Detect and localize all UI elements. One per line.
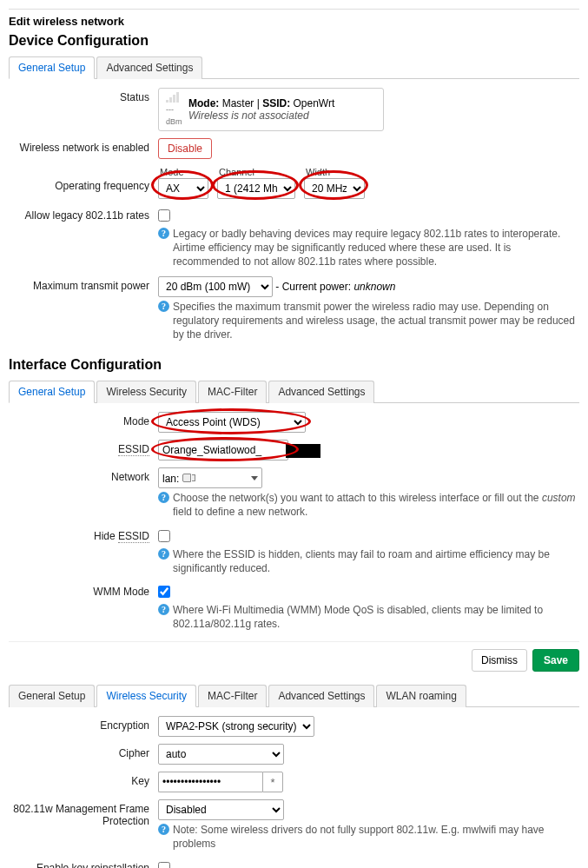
info-icon: ? bbox=[158, 301, 169, 312]
legacy-hint: Legacy or badly behaving devices may req… bbox=[173, 227, 579, 269]
tab-sec-advanced[interactable]: Advanced Settings bbox=[268, 685, 374, 707]
tab-if-advanced[interactable]: Advanced Settings bbox=[268, 381, 374, 403]
krack-checkbox[interactable] bbox=[158, 862, 170, 868]
power-hint: Specifies the maximum transmit power the… bbox=[173, 300, 579, 342]
enabled-label: Wireless network is enabled bbox=[9, 138, 158, 154]
info-icon: ? bbox=[158, 604, 169, 615]
reveal-key-button[interactable]: * bbox=[262, 772, 283, 792]
key-label: Key bbox=[9, 772, 158, 787]
tab-sec-security[interactable]: Wireless Security bbox=[96, 685, 196, 707]
tab-advanced-settings[interactable]: Advanced Settings bbox=[96, 56, 202, 79]
power-select[interactable]: 20 dBm (100 mW) bbox=[158, 276, 273, 297]
key-input[interactable] bbox=[158, 772, 262, 792]
wmm-hint: Where Wi-Fi Multimedia (WMM) Mode QoS is… bbox=[173, 603, 579, 631]
info-icon: ? bbox=[158, 824, 169, 835]
wmm-checkbox[interactable] bbox=[158, 586, 170, 598]
tab-if-mac[interactable]: MAC-Filter bbox=[198, 381, 267, 403]
freq-channel-select[interactable]: 1 (2412 Mhz) bbox=[217, 178, 295, 199]
status-text: Mode: Master | SSID: OpenWrt Wireless is… bbox=[188, 97, 334, 122]
cipher-label: Cipher bbox=[9, 744, 158, 759]
encryption-select[interactable]: WPA2-PSK (strong security) bbox=[158, 716, 314, 737]
freq-mode-header: Mode bbox=[160, 167, 208, 177]
legacy-label: Allow legacy 802.11b rates bbox=[9, 206, 158, 222]
if-mode-select[interactable]: Access Point (WDS) bbox=[158, 412, 306, 433]
freq-mode-select[interactable]: AX bbox=[158, 178, 208, 199]
tab-general-setup[interactable]: General Setup bbox=[9, 56, 95, 79]
hide-essid-checkbox[interactable] bbox=[158, 530, 170, 542]
info-icon: ? bbox=[158, 492, 169, 503]
if-mode-label: Mode bbox=[9, 412, 158, 427]
essid-label: ESSID bbox=[9, 440, 158, 455]
device-tabs: General Setup Advanced Settings bbox=[9, 56, 579, 79]
frequency-label: Operating frequency bbox=[9, 166, 158, 192]
hide-essid-label: Hide ESSID bbox=[9, 527, 158, 542]
tab-if-security[interactable]: Wireless Security bbox=[96, 381, 196, 403]
info-icon: ? bbox=[158, 548, 169, 560]
tab-sec-mac[interactable]: MAC-Filter bbox=[198, 685, 267, 707]
krack-label: Enable key reinstallation (KRACK) counte… bbox=[9, 858, 158, 868]
interface-tabs: General Setup Wireless Security MAC-Filt… bbox=[9, 380, 579, 403]
essid-input[interactable] bbox=[158, 440, 288, 461]
star-icon: * bbox=[270, 776, 274, 789]
power-current: - Current power: unknown bbox=[275, 281, 395, 293]
encryption-label: Encryption bbox=[9, 716, 158, 732]
network-hint: Choose the network(s) you want to attach… bbox=[173, 491, 579, 519]
freq-channel-header: Channel bbox=[219, 167, 295, 177]
signal-icon: --- dBm bbox=[166, 92, 183, 127]
status-box: --- dBm Mode: Master | SSID: OpenWrt Wir… bbox=[158, 88, 384, 131]
mfp-select[interactable]: Disabled bbox=[158, 799, 284, 820]
network-port-icon bbox=[182, 472, 195, 482]
save-button[interactable]: Save bbox=[532, 649, 579, 672]
network-label: Network bbox=[9, 467, 158, 483]
legacy-checkbox[interactable] bbox=[158, 209, 170, 222]
hide-essid-hint: Where the ESSID is hidden, clients may f… bbox=[173, 547, 579, 575]
power-label: Maximum transmit power bbox=[9, 276, 158, 292]
page-title: Edit wireless network bbox=[9, 15, 579, 28]
cipher-select[interactable]: auto bbox=[158, 744, 284, 765]
redacted bbox=[286, 444, 320, 458]
freq-width-header: Width bbox=[306, 167, 365, 177]
freq-width-select[interactable]: 20 MHz bbox=[304, 178, 365, 199]
device-config-heading: Device Configuration bbox=[9, 33, 579, 49]
chevron-down-icon bbox=[251, 476, 258, 480]
interface-config-heading: Interface Configuration bbox=[9, 357, 579, 373]
tab-sec-roaming[interactable]: WLAN roaming bbox=[376, 685, 466, 707]
wmm-label: WMM Mode bbox=[9, 582, 158, 598]
tab-sec-general[interactable]: General Setup bbox=[9, 685, 95, 707]
network-select[interactable]: lan: bbox=[158, 467, 262, 488]
status-label: Status bbox=[9, 88, 158, 103]
mfp-label: 802.11w Management Frame Protection bbox=[9, 799, 158, 827]
mfp-hint: Note: Some wireless drivers do not fully… bbox=[173, 823, 579, 851]
dismiss-button[interactable]: Dismiss bbox=[472, 649, 527, 672]
security-tabs: General Setup Wireless Security MAC-Filt… bbox=[9, 684, 579, 707]
tab-if-general[interactable]: General Setup bbox=[9, 381, 95, 403]
disable-button[interactable]: Disable bbox=[158, 138, 212, 159]
info-icon: ? bbox=[158, 228, 169, 239]
